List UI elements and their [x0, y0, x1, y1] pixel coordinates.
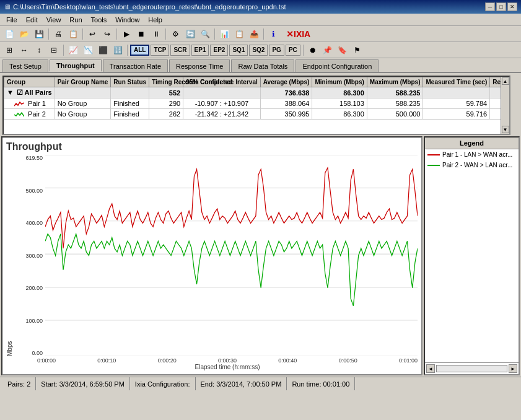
save-button[interactable]: 💾: [32, 28, 46, 40]
y-tick-4: 200.00: [25, 285, 43, 291]
menu-edit[interactable]: Edit: [22, 15, 42, 24]
table-scroll[interactable]: Group Pair Group Name Run Status Timing …: [4, 77, 501, 134]
legend-item-pair1: Pair 1 - LAN > WAN acr...: [425, 149, 519, 160]
tab-bar: Test Setup Throughput Transaction Rate R…: [0, 58, 521, 73]
menu-file[interactable]: File: [2, 15, 21, 24]
tab-endpoint-config[interactable]: Endpoint Configuration: [296, 59, 379, 72]
table-scroll-down[interactable]: ▼: [502, 126, 509, 133]
cell-timing-records: 262: [149, 109, 183, 120]
proto-all[interactable]: ALL: [130, 45, 149, 56]
y-tick-1: 500.00: [25, 188, 43, 194]
chart-title: Throughput: [6, 141, 418, 152]
maximize-button[interactable]: □: [496, 2, 506, 11]
proto-ep2[interactable]: EP2: [210, 45, 228, 56]
proto-tcp[interactable]: TCP: [151, 45, 169, 56]
cell-minimum: 86.300: [312, 109, 367, 120]
table-button[interactable]: 📋: [232, 28, 246, 40]
legend-scrollbar-track[interactable]: [436, 365, 507, 372]
tab-throughput[interactable]: Throughput: [50, 59, 102, 72]
tb2-btn8[interactable]: 🔢: [111, 44, 125, 56]
zoom-in-button[interactable]: 🔍: [198, 28, 212, 40]
tb2-rec1[interactable]: ⏺: [306, 44, 320, 56]
cell-group: Pair 1: [4, 98, 55, 109]
tab-raw-data[interactable]: Raw Data Totals: [231, 59, 294, 72]
y-tick-3: 300.00: [25, 253, 43, 259]
col-maximum: Maximum (Mbps): [367, 77, 423, 87]
proto-scr[interactable]: SCR: [170, 45, 190, 56]
x-axis-label: Elapsed time (h:mm:ss): [6, 364, 418, 370]
cell-maximum: 500.000: [367, 109, 423, 120]
settings-button[interactable]: ⚙: [169, 28, 182, 40]
proto-sq2[interactable]: SQ2: [249, 45, 268, 56]
proto-sq1[interactable]: SQ1: [229, 45, 248, 56]
info-button[interactable]: ℹ: [266, 28, 280, 40]
copy-button[interactable]: 📋: [66, 28, 80, 40]
menu-tools[interactable]: Tools: [87, 15, 111, 24]
ixia-logo: ✕IXIA: [286, 29, 310, 39]
tab-transaction-rate[interactable]: Transaction Rate: [103, 59, 168, 72]
cell-relative-precision: 2.810: [490, 98, 501, 109]
tb2-btn1[interactable]: ⊞: [2, 44, 16, 56]
pair1-chart-icon: [14, 101, 24, 107]
cell-run-status: Finished: [111, 98, 149, 109]
stop-button[interactable]: ⏹: [134, 28, 148, 40]
col-measured-time: Measured Time (sec): [423, 77, 490, 87]
refresh-button[interactable]: 🔄: [183, 28, 197, 40]
tab-response-time[interactable]: Response Time: [169, 59, 230, 72]
chart-button[interactable]: 📊: [217, 28, 231, 40]
checkbox-icon[interactable]: ☑: [17, 89, 23, 96]
tb2-btn6[interactable]: 📉: [81, 44, 95, 56]
print-button[interactable]: 🖨: [51, 28, 65, 40]
tab-test-setup[interactable]: Test Setup: [2, 59, 48, 72]
legend-scroll-left[interactable]: ◄: [426, 364, 435, 373]
col-pair-group-name: Pair Group Name: [55, 77, 111, 87]
tb2-btn3[interactable]: ↕: [32, 44, 46, 56]
cell-minimum: 158.103: [312, 98, 367, 109]
menu-run[interactable]: Run: [66, 15, 85, 24]
tb2-rec3[interactable]: 🔖: [336, 44, 349, 56]
x-tick-3: 0:00:30: [218, 357, 237, 364]
table-row: ▼ ☑ All Pairs 552 736.638 86.300 588.235: [4, 87, 501, 98]
chart-svg: [45, 155, 418, 356]
bottom-section: Throughput Mbps 619.50 500.00 400.00 300…: [0, 135, 521, 377]
proto-pg[interactable]: PG: [269, 45, 284, 56]
legend-item-pair2: Pair 2 - WAN > LAN acr...: [425, 160, 519, 170]
legend-label-pair1: Pair 1 - LAN > WAN acr...: [442, 151, 512, 158]
undo-button[interactable]: ↩: [85, 28, 99, 40]
cell-group: ▼ ☑ All Pairs: [4, 87, 55, 98]
table-row: Pair 2 No Group Finished 262 -21.342 : +…: [4, 109, 501, 120]
tb2-rec2[interactable]: 📌: [321, 44, 335, 56]
proto-ep1[interactable]: EP1: [191, 45, 209, 56]
toolbar-1: 📄 📂 💾 🖨 📋 ↩ ↪ ▶ ⏹ ⏸ ⚙ 🔄 🔍 📊 📋 📤 ℹ ✕IXIA: [0, 26, 521, 42]
minimize-button[interactable]: ─: [485, 2, 495, 11]
x-tick-2: 0:00:20: [158, 357, 177, 364]
tb2-btn5[interactable]: 📈: [66, 44, 80, 56]
y-tick-0: 619.50: [25, 155, 43, 161]
run-button[interactable]: ▶: [120, 28, 133, 40]
table-scroll-up[interactable]: ▲: [502, 77, 509, 85]
cell-measured-time: 59.716: [423, 109, 490, 120]
proto-pc[interactable]: PC: [286, 45, 300, 56]
tb2-rec4[interactable]: ⚑: [351, 44, 364, 56]
menu-help[interactable]: Help: [144, 15, 166, 24]
legend-scroll[interactable]: Pair 1 - LAN > WAN acr... Pair 2 - WAN >…: [425, 149, 519, 362]
pause-button[interactable]: ⏸: [149, 28, 163, 40]
legend-scroll-right[interactable]: ►: [509, 364, 517, 373]
close-button[interactable]: ✕: [507, 2, 517, 11]
menu-window[interactable]: Window: [112, 15, 143, 24]
menu-view[interactable]: View: [43, 15, 65, 24]
col-minimum: Minimum (Mbps): [312, 77, 367, 87]
status-start: Start: 3/3/2014, 6:59:50 PM: [36, 377, 130, 390]
x-tick-5: 0:00:50: [339, 357, 357, 364]
cell-average: 388.064: [260, 98, 312, 109]
redo-button[interactable]: ↪: [100, 28, 114, 40]
tb2-btn2[interactable]: ↔: [17, 44, 31, 56]
tb2-btn7[interactable]: ⬛: [96, 44, 110, 56]
cell-minimum: 86.300: [312, 87, 367, 98]
expand-icon[interactable]: ▼: [7, 89, 14, 96]
tb2-btn4[interactable]: ⊟: [47, 44, 61, 56]
open-button[interactable]: 📂: [17, 28, 31, 40]
export-button[interactable]: 📤: [247, 28, 261, 40]
new-button[interactable]: 📄: [2, 28, 16, 40]
cell-confidence: [183, 87, 261, 98]
